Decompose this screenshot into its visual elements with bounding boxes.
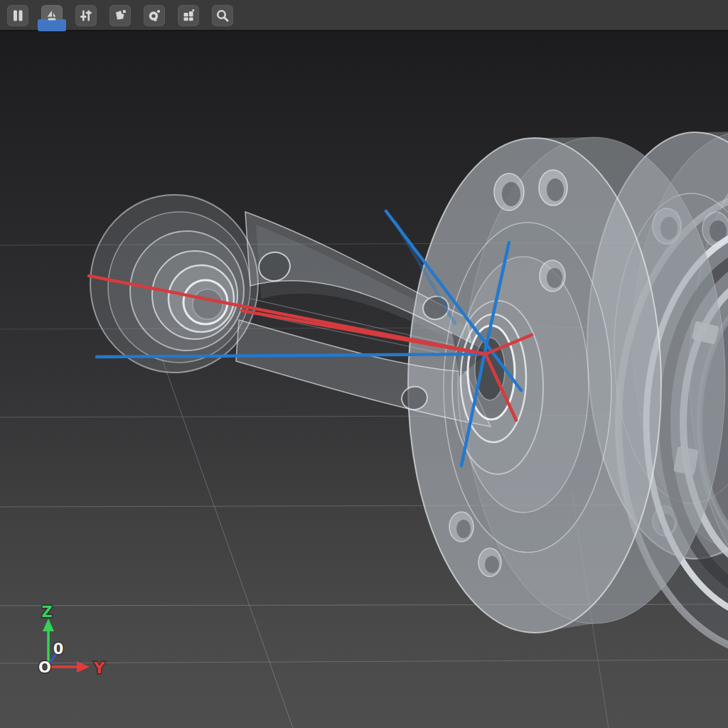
pause-button[interactable] [7, 5, 28, 26]
zoom-search-icon [215, 9, 230, 23]
axis-triad: Z Y 0 O [38, 604, 105, 677]
rod-small-end-eye [90, 195, 258, 373]
decal-region-icon [113, 9, 127, 23]
crankshaft-model[interactable] [90, 132, 728, 654]
viewport-3d[interactable]: Z Y 0 O [0, 0, 728, 728]
z-axis-label: Z [41, 604, 52, 621]
connecting-rod [90, 195, 491, 427]
application-window: Z Y 0 O [0, 0, 728, 728]
sliders-button[interactable] [75, 5, 97, 26]
pause-icon [11, 9, 25, 23]
display-mode-button[interactable] [41, 5, 63, 26]
y-axis-label: Y [93, 660, 105, 677]
orbit-turntable-icon [147, 9, 161, 23]
zoom-search-button[interactable] [212, 5, 233, 26]
decal-region-button[interactable] [109, 5, 131, 26]
toolbar [0, 0, 728, 31]
layout-grid-icon [181, 9, 196, 23]
sliders-icon [79, 9, 93, 23]
origin-label: O [38, 659, 51, 676]
layout-grid-button[interactable] [178, 5, 199, 26]
orbit-turntable-button[interactable] [144, 5, 165, 26]
node-zero-label: 0 [53, 641, 64, 658]
display-mode-boat-icon [45, 9, 59, 23]
